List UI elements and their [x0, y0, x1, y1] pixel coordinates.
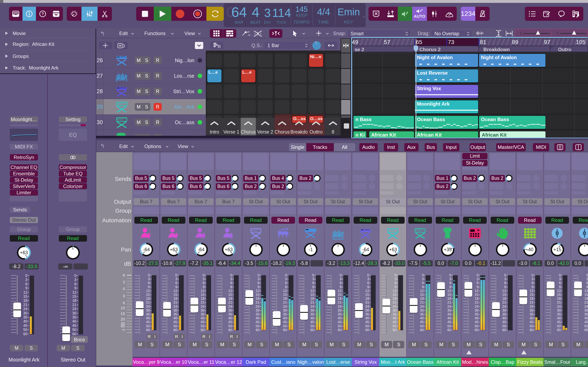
svg-text:R: R	[218, 44, 221, 49]
svg-text:?: ?	[42, 12, 44, 16]
